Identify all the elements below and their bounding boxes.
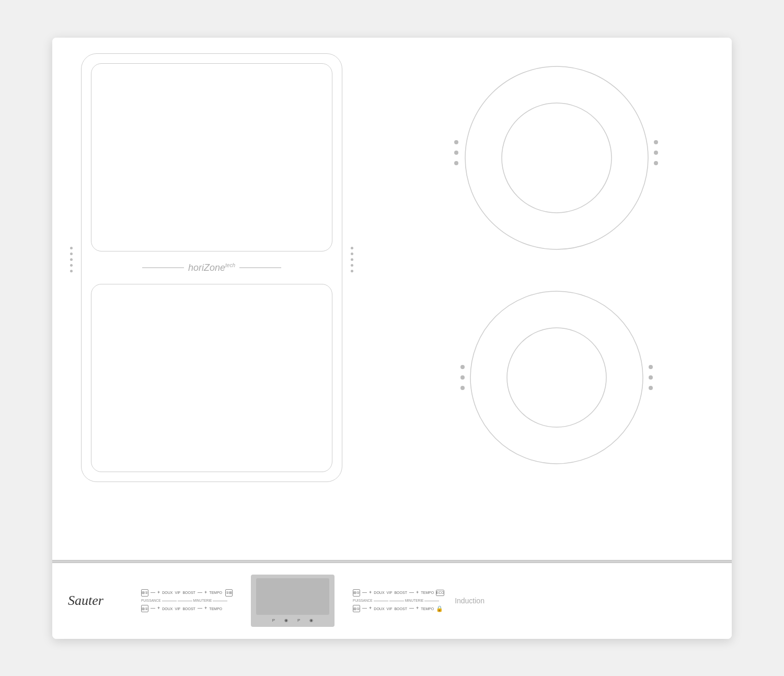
zone-icon-3[interactable]: ⊞① — [141, 605, 148, 612]
zone-icon-r1[interactable]: ⊞① — [353, 589, 360, 597]
doux-label-r1: DOUX — [374, 590, 384, 595]
minuterie-label-r: MINUTERIE — [405, 599, 424, 603]
display-screen: P ◉ P ◉ — [251, 575, 335, 627]
svg-point-16 — [649, 375, 653, 380]
horizone-line-right — [239, 267, 281, 268]
horizone-text: horiZonetech — [188, 262, 235, 273]
right-controls-group: ⊞① — + DOUX VIF BOOST — + TEMPO ECO PUIS… — [353, 589, 444, 613]
display-btn-p2[interactable]: P — [297, 618, 300, 623]
minus-btn-r1[interactable]: — — [362, 590, 367, 596]
minus-btn-2[interactable]: — — [198, 590, 202, 596]
minuterie-label: MINUTERIE — [193, 599, 212, 603]
vif-label-2: VIF — [175, 606, 181, 611]
svg-point-12 — [460, 365, 465, 369]
plus-btn-4[interactable]: + — [204, 605, 207, 612]
svg-point-13 — [460, 375, 465, 380]
minus-btn-1[interactable]: — — [151, 590, 155, 596]
display-btn-o1[interactable]: ◉ — [284, 618, 288, 623]
doux-label-1: DOUX — [162, 590, 172, 595]
dot — [351, 270, 353, 272]
svg-point-3 — [454, 140, 458, 144]
boost-label-1: BOOST — [182, 590, 195, 595]
puissance-line — [162, 601, 177, 601]
plus-btn-r3[interactable]: + — [369, 605, 372, 612]
puissance-label-r: PUISSANCE — [353, 599, 373, 603]
subrow-labels-1: PUISSANCE MINUTERIE — [141, 599, 233, 603]
dot — [351, 247, 353, 249]
brand-logo: Sauter — [68, 593, 120, 609]
cooking-surface: horiZonetech — [52, 38, 732, 560]
svg-point-8 — [654, 161, 658, 165]
display-buttons: P ◉ P ◉ — [272, 618, 314, 623]
control-panel: Sauter ⊞① — + DOUX VIF BOOST — + TEMPO ①… — [52, 563, 732, 639]
doux-label-r2: DOUX — [374, 606, 384, 611]
plus-btn-r4[interactable]: + — [416, 605, 419, 612]
puissance-line-r — [374, 601, 388, 601]
minus-btn-r3[interactable]: — — [362, 605, 367, 612]
right-zones — [410, 53, 703, 482]
plus-btn-r2[interactable]: + — [416, 590, 419, 596]
vif-label-1: VIF — [175, 590, 181, 595]
dot — [70, 247, 73, 249]
svg-point-1 — [502, 103, 612, 213]
minuterie-line-r-left — [389, 601, 404, 601]
minus-btn-r4[interactable]: — — [409, 605, 414, 612]
boost-label-2: BOOST — [182, 606, 195, 611]
svg-point-10 — [470, 291, 643, 464]
horizone-superscript: tech — [225, 262, 235, 268]
top-circle-svg — [410, 53, 703, 262]
display-inner — [256, 578, 329, 615]
dot — [70, 253, 73, 255]
left-zone-top — [91, 63, 332, 251]
svg-point-11 — [507, 328, 606, 427]
vif-label-r1: VIF — [387, 590, 393, 595]
control-row-r2: ⊞① — + DOUX VIF BOOST — + TEMPO 🔒 — [353, 605, 444, 612]
subrow-labels-r1: PUISSANCE MINUTERIE — [353, 599, 444, 603]
plus-btn-r1[interactable]: + — [369, 590, 372, 596]
dots-right — [351, 247, 353, 272]
dots-left — [70, 247, 73, 272]
boost-label-r1: BOOST — [394, 590, 407, 595]
zone-icon-2[interactable]: ①⊞ — [225, 589, 233, 597]
svg-point-5 — [454, 161, 458, 165]
minus-btn-3[interactable]: — — [151, 605, 155, 612]
display-btn-o2[interactable]: ◉ — [309, 618, 313, 623]
boost-label-r2: BOOST — [394, 606, 407, 611]
horizone-line-left — [142, 267, 184, 268]
minus-btn-r2[interactable]: — — [409, 590, 414, 596]
horizone-label: horiZonetech — [142, 262, 281, 273]
svg-point-14 — [460, 386, 465, 390]
minus-btn-4[interactable]: — — [198, 605, 202, 612]
svg-point-0 — [465, 66, 648, 249]
lock-icon[interactable]: 🔒 — [436, 605, 443, 612]
control-row-1: ⊞① — + DOUX VIF BOOST — + TEMPO ①⊞ — [141, 589, 233, 597]
zone-icon-r3[interactable]: ⊞① — [353, 605, 360, 612]
dot — [351, 253, 353, 255]
display-btn-p1[interactable]: P — [272, 618, 275, 623]
left-controls-group: ⊞① — + DOUX VIF BOOST — + TEMPO ①⊞ PUISS… — [141, 589, 233, 612]
svg-point-4 — [454, 151, 458, 155]
svg-rect-2 — [452, 56, 703, 260]
vif-label-r2: VIF — [387, 606, 393, 611]
top-right-circle-zone — [410, 53, 703, 262]
doux-label-2: DOUX — [162, 606, 172, 611]
dot — [70, 258, 73, 261]
eco-icon[interactable]: ECO — [436, 590, 444, 596]
tempo-label-r1: TEMPO — [421, 590, 434, 595]
bottom-right-circle-zone — [410, 273, 703, 482]
plus-btn-2[interactable]: + — [204, 590, 207, 596]
control-row-2: ⊞① — + DOUX VIF BOOST — + TEMPO — [141, 605, 233, 612]
minuterie-line-right — [213, 601, 227, 601]
plus-btn-1[interactable]: + — [157, 590, 160, 596]
bottom-circle-svg — [410, 273, 703, 482]
cooktop: horiZonetech — [52, 38, 732, 639]
svg-rect-9 — [452, 276, 703, 479]
dot — [70, 264, 73, 267]
zone-icon-1[interactable]: ⊞① — [141, 589, 148, 597]
plus-btn-3[interactable]: + — [157, 605, 160, 612]
minuterie-line-left — [178, 601, 192, 601]
dot — [351, 258, 353, 261]
left-horizone: horiZonetech — [81, 53, 342, 482]
left-zone-bottom — [91, 284, 332, 472]
tempo-label-2: TEMPO — [209, 606, 222, 611]
